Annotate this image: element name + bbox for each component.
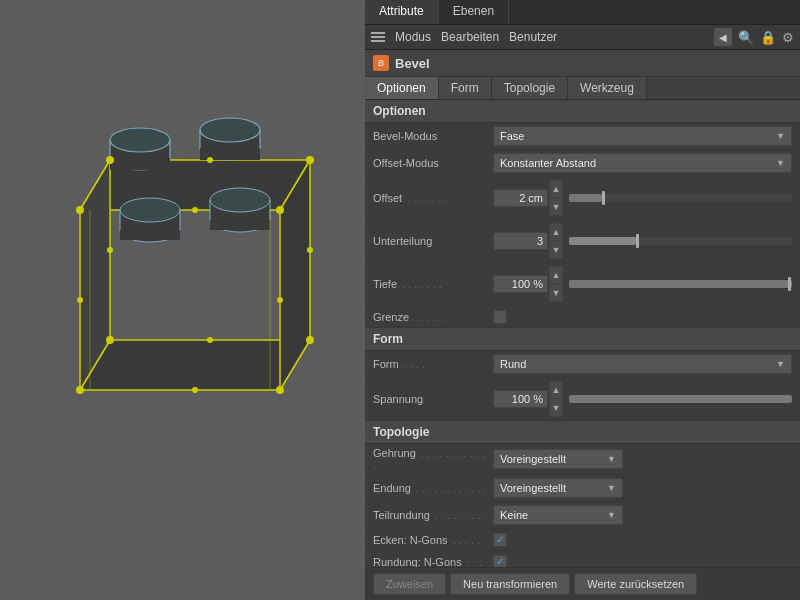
menu-modus[interactable]: Modus <box>395 30 431 44</box>
3d-viewport[interactable] <box>0 0 365 600</box>
svg-point-53 <box>106 336 114 344</box>
dropdown-form[interactable]: Rund ▼ <box>493 354 792 374</box>
btn-werte-zuruecksetzen[interactable]: Werte zurücksetzen <box>574 573 697 595</box>
svg-point-62 <box>207 157 213 163</box>
lock-icon[interactable]: 🔒 <box>760 30 776 45</box>
checkbox-rundung-ngons[interactable] <box>493 555 507 568</box>
sub-tab-bar: Optionen Form Topologie Werkzeug <box>365 77 800 100</box>
svg-point-48 <box>76 206 84 214</box>
row-ecken-ngons: Ecken: N-Gons . . . . . <box>365 529 800 551</box>
btn-neu-transformieren[interactable]: Neu transformieren <box>450 573 570 595</box>
label-offset: Offset . . . . . . . <box>373 192 493 204</box>
menu-right-icons: ◀ 🔍 🔒 ⚙ <box>714 28 794 46</box>
svg-point-57 <box>277 297 283 303</box>
row-endung: Endung . . . . . . . . . . . . Voreinges… <box>365 475 800 502</box>
search-icon[interactable]: 🔍 <box>738 30 754 45</box>
dropdown-bevel-modus[interactable]: Fase ▼ <box>493 126 792 146</box>
bevel-header: B Bevel <box>365 50 800 77</box>
row-grenze: Grenze . . . . . <box>365 306 800 328</box>
label-gehrung: Gehrung . . . . . . . . . . . . <box>373 447 493 471</box>
menu-benutzer[interactable]: Benutzer <box>509 30 557 44</box>
tiefe-step-down[interactable]: ▼ <box>549 284 563 302</box>
label-form: Form . . . . <box>373 358 493 370</box>
label-teilrundung: Teilrundung . . . . . . . . . <box>373 509 493 521</box>
subtab-optionen[interactable]: Optionen <box>365 77 439 99</box>
row-unterteilung: Unterteilung ▲ ▼ <box>365 220 800 263</box>
unterteilung-step-up[interactable]: ▲ <box>549 223 563 241</box>
spannung-slider[interactable] <box>569 395 792 403</box>
attribute-panel: Attribute Ebenen Modus Bearbeiten Benutz… <box>365 0 800 600</box>
checkbox-grenze[interactable] <box>493 310 507 324</box>
label-spannung: Spannung <box>373 393 493 405</box>
svg-point-54 <box>306 156 314 164</box>
tiefe-step-up[interactable]: ▲ <box>549 266 563 284</box>
tab-ebenen[interactable]: Ebenen <box>439 0 509 24</box>
svg-point-59 <box>192 387 198 393</box>
input-offset[interactable] <box>493 189 548 207</box>
label-rundung-ngons: Rundung: N-Gons . . . <box>373 556 493 568</box>
input-unterteilung[interactable] <box>493 232 548 250</box>
row-spannung: Spannung ▲ ▼ <box>365 378 800 421</box>
svg-point-58 <box>192 207 198 213</box>
btn-zuweisen[interactable]: Zuweisen <box>373 573 446 595</box>
input-spannung[interactable] <box>493 390 548 408</box>
svg-point-49 <box>76 386 84 394</box>
hamburger-menu[interactable] <box>371 32 385 42</box>
bevel-title: Bevel <box>395 56 430 71</box>
label-grenze: Grenze . . . . . <box>373 311 493 323</box>
dropdown-offset-modus[interactable]: Konstanter Abstand ▼ <box>493 153 792 173</box>
unterteilung-step-down[interactable]: ▼ <box>549 241 563 259</box>
row-rundung-ngons: Rundung: N-Gons . . . <box>365 551 800 567</box>
row-offset: Offset . . . . . . . ▲ ▼ <box>365 177 800 220</box>
subtab-werkzeug[interactable]: Werkzeug <box>568 77 647 99</box>
content-area: Optionen Bevel-Modus Fase ▼ Offset-Modus… <box>365 100 800 567</box>
row-teilrundung: Teilrundung . . . . . . . . . Keine ▼ <box>365 502 800 529</box>
label-offset-modus: Offset-Modus <box>373 157 493 169</box>
section-form: Form <box>365 328 800 351</box>
svg-point-56 <box>77 297 83 303</box>
label-endung: Endung . . . . . . . . . . . . <box>373 482 493 494</box>
svg-point-45 <box>210 188 270 212</box>
svg-point-50 <box>276 206 284 214</box>
spannung-step-up[interactable]: ▲ <box>549 381 563 399</box>
unterteilung-slider[interactable] <box>569 237 792 245</box>
label-unterteilung: Unterteilung <box>373 235 493 247</box>
main-tab-bar: Attribute Ebenen <box>365 0 800 25</box>
label-ecken-ngons: Ecken: N-Gons . . . . . <box>373 534 493 546</box>
row-tiefe: Tiefe . . . . . . . ▲ ▼ <box>365 263 800 306</box>
offset-step-down[interactable]: ▼ <box>549 198 563 216</box>
svg-point-63 <box>207 337 213 343</box>
svg-marker-24 <box>80 340 310 390</box>
gear-icon[interactable]: ⚙ <box>782 30 794 45</box>
dropdown-gehrung[interactable]: Voreingestellt ▼ <box>493 449 623 469</box>
row-form: Form . . . . Rund ▼ <box>365 351 800 378</box>
svg-point-40 <box>120 198 180 222</box>
svg-point-51 <box>276 386 284 394</box>
dropdown-endung[interactable]: Voreingestellt ▼ <box>493 478 623 498</box>
offset-step-up[interactable]: ▲ <box>549 180 563 198</box>
subtab-topologie[interactable]: Topologie <box>492 77 568 99</box>
svg-point-55 <box>306 336 314 344</box>
row-bevel-modus: Bevel-Modus Fase ▼ <box>365 123 800 150</box>
label-tiefe: Tiefe . . . . . . . <box>373 278 493 290</box>
label-bevel-modus: Bevel-Modus <box>373 130 493 142</box>
row-offset-modus: Offset-Modus Konstanter Abstand ▼ <box>365 150 800 177</box>
svg-point-30 <box>110 128 170 152</box>
spannung-step-down[interactable]: ▼ <box>549 399 563 417</box>
svg-point-60 <box>107 247 113 253</box>
bevel-icon: B <box>373 55 389 71</box>
svg-point-61 <box>307 247 313 253</box>
tiefe-slider[interactable] <box>569 280 792 288</box>
svg-point-35 <box>200 118 260 142</box>
back-arrow-btn[interactable]: ◀ <box>714 28 732 46</box>
offset-slider[interactable] <box>569 194 792 202</box>
row-gehrung: Gehrung . . . . . . . . . . . . Voreinge… <box>365 444 800 475</box>
dropdown-teilrundung[interactable]: Keine ▼ <box>493 505 623 525</box>
menu-bearbeiten[interactable]: Bearbeiten <box>441 30 499 44</box>
checkbox-ecken-ngons[interactable] <box>493 533 507 547</box>
input-tiefe[interactable] <box>493 275 548 293</box>
menu-bar: Modus Bearbeiten Benutzer ◀ 🔍 🔒 ⚙ <box>365 25 800 50</box>
subtab-form[interactable]: Form <box>439 77 492 99</box>
tab-attribute[interactable]: Attribute <box>365 0 439 24</box>
section-optionen: Optionen <box>365 100 800 123</box>
